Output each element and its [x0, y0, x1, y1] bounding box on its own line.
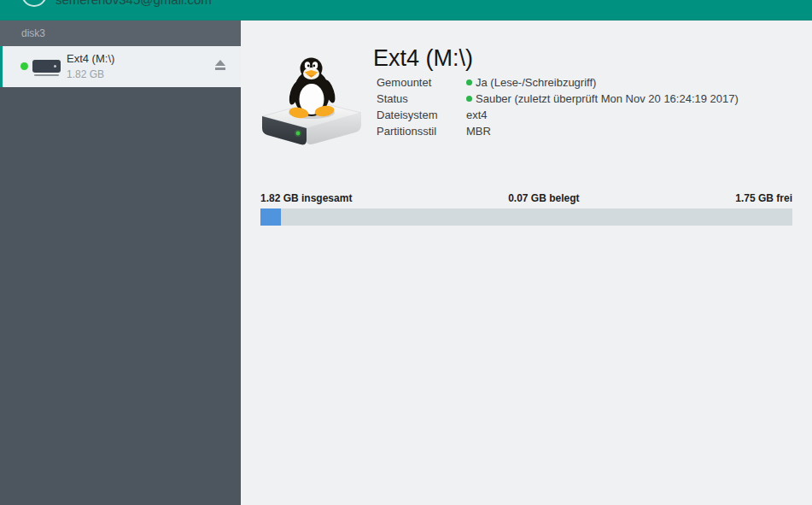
detail-value-text: Sauber (zuletzt überprüft Mon Nov 20 16:… [476, 91, 739, 107]
account-avatar-icon [21, 0, 47, 7]
detail-value-text: ext4 [466, 107, 488, 123]
sidebar-item-ext4-volume[interactable]: Ext4 (M:\) 1.82 GB [0, 46, 241, 87]
detail-label: Dateisystem [377, 107, 466, 123]
detail-row-mounted: Gemountet Ja (Lese-/Schreibzugriff) [377, 74, 739, 91]
detail-label: Gemountet [377, 74, 466, 91]
green-status-dot-icon [466, 96, 472, 102]
selection-stripe [0, 46, 3, 87]
detail-value: Sauber (zuletzt überprüft Mon Nov 20 16:… [466, 91, 739, 107]
volume-name: Ext4 (M:\) [67, 52, 114, 65]
drive-icon-base [34, 74, 59, 76]
eject-button[interactable] [211, 56, 230, 77]
volume-details: Gemountet Ja (Lese-/Schreibzugriff) Stat… [377, 74, 739, 139]
eject-icon [215, 60, 225, 66]
usage-labels: 1.82 GB insgesamt 0.07 GB belegt 1.75 GB… [260, 192, 792, 204]
detail-value-text: Ja (Lese-/Schreibzugriff) [476, 74, 596, 91]
top-bar: semerenov345@gmail.com [0, 0, 812, 21]
volume-size: 1.82 GB [67, 68, 104, 80]
usage-used-label: 0.07 GB belegt [508, 192, 579, 204]
drive-icon [32, 60, 61, 73]
usage-bar [260, 208, 792, 226]
detail-value-text: MBR [466, 123, 491, 139]
volume-detail-panel: Ext4 (M:\) Gemountet Ja (Lese-/Schreibzu… [241, 21, 812, 505]
green-status-dot-icon [466, 79, 472, 85]
detail-value: MBR [466, 123, 491, 139]
account-email: semerenov345@gmail.com [55, 0, 212, 7]
detail-row-partition-style: Partitionsstil MBR [377, 123, 739, 139]
detail-label: Partitionsstil [377, 123, 466, 139]
disk-group-header: disk3 [0, 21, 241, 46]
page-title: Ext4 (M:\) [373, 44, 473, 72]
usage-free-label: 1.75 GB frei [735, 192, 792, 204]
detail-row-filesystem: Dateisystem ext4 [377, 107, 739, 123]
detail-label: Status [377, 91, 466, 107]
disk-group-label: disk3 [21, 27, 45, 39]
detail-row-status: Status Sauber (zuletzt überprüft Mon Nov… [377, 91, 739, 107]
ext4-drive-tux-icon [259, 54, 363, 150]
volume-status-dot-icon [20, 62, 28, 70]
account-button[interactable]: semerenov345@gmail.com [0, 0, 239, 21]
detail-value: Ja (Lese-/Schreibzugriff) [466, 74, 596, 91]
sidebar: disk3 Ext4 (M:\) 1.82 GB [0, 21, 241, 505]
eject-icon-bar [215, 68, 225, 70]
usage-bar-fill [260, 208, 281, 226]
usage-total-label: 1.82 GB insgesamt [260, 192, 352, 204]
detail-value: ext4 [466, 107, 488, 123]
